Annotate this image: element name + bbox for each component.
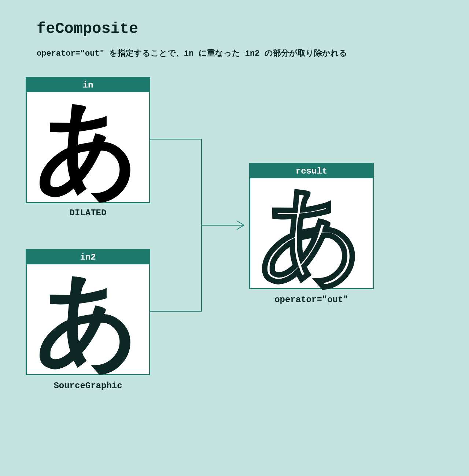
glyph-in: あ bbox=[36, 96, 141, 198]
diagram-description: operator="out" を指定することで、in に重なった in2 の部分… bbox=[37, 48, 347, 59]
caption-in2: SourceGraphic bbox=[26, 381, 150, 391]
card-in-body: あ bbox=[27, 92, 149, 202]
caption-result: operator="out" bbox=[249, 295, 374, 305]
glyph-result: あ bbox=[259, 182, 364, 285]
caption-in: DILATED bbox=[26, 208, 150, 218]
diagram-title: feComposite bbox=[37, 20, 138, 38]
connector-arrow bbox=[150, 137, 249, 313]
glyph-in2: あ bbox=[36, 268, 141, 371]
card-in2: in2 あ bbox=[26, 249, 150, 375]
card-in: in あ bbox=[26, 77, 150, 203]
card-result-body: あ bbox=[250, 178, 373, 288]
card-in2-body: あ bbox=[27, 264, 149, 374]
card-result: result あ bbox=[249, 163, 374, 289]
